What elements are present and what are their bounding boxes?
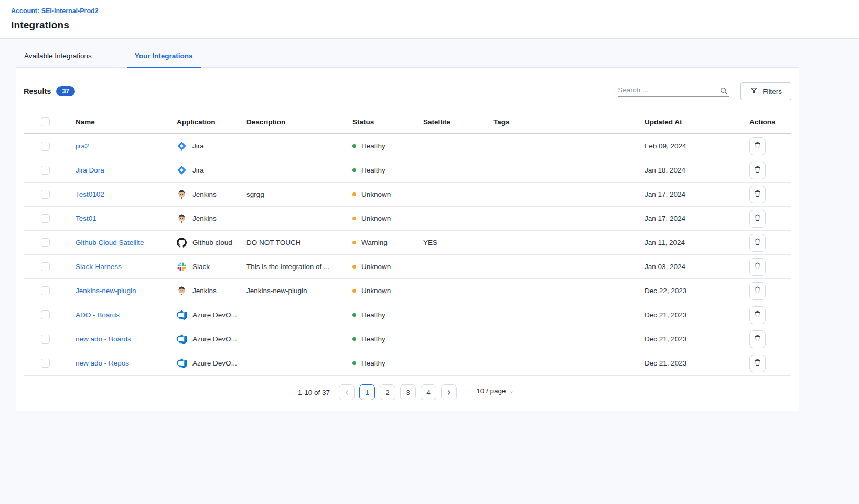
page-button-1[interactable]: 1 (359, 384, 375, 400)
satellite-value: YES (423, 239, 493, 246)
filters-button-label: Filters (763, 88, 782, 95)
delete-button[interactable] (749, 282, 766, 300)
application-label: Jira (192, 166, 204, 174)
row-checkbox[interactable] (41, 166, 50, 175)
search-input[interactable] (618, 86, 712, 94)
row-checkbox[interactable] (41, 335, 50, 344)
table-header: Name Application Description Status Sate… (24, 111, 791, 134)
row-checkbox[interactable] (41, 286, 50, 295)
table-row: new ado - Boards Azure DevO... Healthy D… (24, 327, 791, 351)
integration-name-link[interactable]: Jenkins-new-plugin (76, 287, 136, 295)
integrations-card: Results 37 Filters (16, 68, 799, 411)
trash-icon (754, 286, 761, 296)
results-count-badge: 37 (56, 86, 75, 96)
application-label: Azure DevO... (192, 311, 237, 319)
next-page-button[interactable] (441, 384, 457, 400)
status-text: Unknown (361, 263, 391, 271)
tab-available-integrations[interactable]: Available Integrations (16, 52, 100, 67)
search-icon (720, 87, 728, 96)
application-label: Jenkins (192, 215, 217, 222)
integration-name-link[interactable]: new ado - Boards (76, 335, 131, 343)
prev-page-button[interactable] (339, 384, 355, 400)
trash-icon (754, 141, 761, 151)
integration-name-link[interactable]: Test01 (76, 215, 96, 222)
status-dot (352, 192, 356, 196)
table-row: Test0102 Jenkins sgrgg Unknown Jan 17, 2… (24, 183, 791, 207)
delete-button[interactable] (749, 234, 766, 252)
updated-at: Feb 09, 2024 (645, 142, 749, 150)
github-icon (177, 238, 187, 248)
integration-name-link[interactable]: jira2 (76, 142, 89, 150)
status-text: Healthy (361, 166, 385, 174)
page-size-label: 10 / page (476, 387, 506, 395)
account-link[interactable]: Account: SEI-Internal-Prod2 (11, 7, 99, 15)
page-size-select[interactable]: 10 / page ⌄ (473, 385, 517, 399)
page-button-3[interactable]: 3 (400, 384, 416, 400)
column-header-status: Status (352, 118, 423, 126)
delete-button[interactable] (749, 355, 766, 372)
tab-your-integrations[interactable]: Your Integrations (127, 52, 201, 67)
description-text: This is the integration of ... (246, 263, 352, 271)
filters-button[interactable]: Filters (740, 82, 791, 100)
updated-at: Dec 21, 2023 (645, 359, 749, 367)
row-checkbox[interactable] (41, 190, 50, 199)
page-button-4[interactable]: 4 (421, 384, 436, 400)
integration-name-link[interactable]: Slack-Harness (76, 263, 122, 271)
row-checkbox[interactable] (41, 262, 50, 271)
chevron-left-icon (344, 390, 350, 395)
azure-devops-icon (177, 334, 187, 344)
delete-button[interactable] (749, 258, 766, 276)
tabs: Available Integrations Your Integrations (16, 39, 799, 68)
jenkins-icon (177, 213, 187, 223)
chevron-down-icon: ⌄ (509, 388, 513, 394)
updated-at: Jan 03, 2024 (645, 263, 749, 271)
row-checkbox[interactable] (41, 214, 50, 223)
delete-button[interactable] (749, 162, 766, 179)
application-label: Jira (192, 142, 204, 150)
table-row: Jenkins-new-plugin Jenkins Jenkins-new-p… (24, 279, 791, 303)
row-checkbox[interactable] (41, 359, 50, 368)
row-checkbox[interactable] (41, 238, 50, 247)
integration-name-link[interactable]: new ado - Repos (76, 359, 129, 367)
row-checkbox[interactable] (41, 142, 50, 151)
application-label: Github cloud (192, 239, 232, 246)
status-dot (352, 144, 356, 148)
page-button-2[interactable]: 2 (380, 384, 395, 400)
delete-button[interactable] (749, 306, 766, 324)
chevron-right-icon (446, 390, 452, 395)
results-label: Results (24, 87, 51, 95)
status-dot (352, 241, 356, 244)
integration-name-link[interactable]: Jira Dora (76, 166, 104, 174)
integration-name-link[interactable]: ADO - Boards (76, 311, 120, 319)
delete-button[interactable] (749, 137, 766, 155)
jenkins-icon (177, 189, 187, 199)
delete-button[interactable] (749, 186, 766, 203)
azure-devops-icon (177, 358, 187, 368)
updated-at: Jan 17, 2024 (645, 215, 749, 222)
table-row: jira2 Jira Healthy Feb 09, 2024 (24, 134, 791, 158)
toolbar: Results 37 Filters (24, 68, 791, 111)
column-header-name: Name (76, 118, 177, 126)
description-text: sgrgg (246, 190, 352, 198)
integration-name-link[interactable]: Test0102 (76, 190, 104, 198)
delete-button[interactable] (749, 330, 766, 348)
app-header: Account: SEI-Internal-Prod2 Integrations (0, 0, 859, 39)
table-row: Jira Dora Jira Healthy Jan 18, 2024 (24, 158, 791, 183)
updated-at: Dec 22, 2023 (645, 287, 749, 295)
status-dot (352, 337, 356, 341)
status-text: Healthy (361, 359, 385, 367)
integration-name-link[interactable]: Github Cloud Satellite (76, 239, 144, 246)
application-label: Jenkins (192, 190, 217, 198)
row-checkbox[interactable] (41, 310, 50, 319)
table-row: new ado - Repos Azure DevO... Healthy De… (24, 351, 791, 376)
updated-at: Dec 21, 2023 (645, 311, 749, 319)
table-row: Test01 Jenkins Unknown Jan 17, 2024 (24, 207, 791, 231)
select-all-checkbox[interactable] (41, 117, 50, 126)
trash-icon (754, 358, 761, 368)
trash-icon (754, 189, 761, 199)
application-label: Slack (192, 263, 210, 271)
application-label: Azure DevO... (192, 335, 237, 343)
status-text: Healthy (361, 142, 385, 150)
delete-button[interactable] (749, 210, 766, 228)
jenkins-icon (177, 286, 187, 296)
